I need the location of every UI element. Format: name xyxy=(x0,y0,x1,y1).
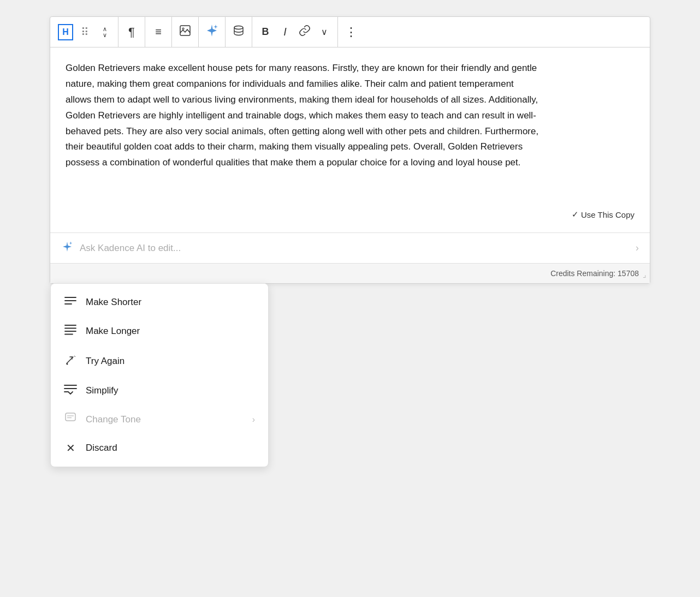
ai-sparkle-icon-small xyxy=(61,241,73,255)
italic-icon: I xyxy=(283,26,287,38)
toolbar: H ⠿ ∧ ∨ ¶ ≡ xyxy=(50,17,650,47)
more-formatting-button[interactable]: ∨ xyxy=(315,22,334,42)
discard-label: Discard xyxy=(86,443,255,453)
link-icon xyxy=(299,25,311,39)
ai-input-placeholder: Ask Kadence AI to edit... xyxy=(80,243,636,254)
ai-button[interactable] xyxy=(202,22,222,42)
try-again-label: Try Again xyxy=(86,356,255,367)
change-tone-label: Change Tone xyxy=(86,414,244,425)
bottom-bar: ⌟ Credits Remaining: 15708 xyxy=(50,264,650,283)
make-shorter-label: Make Shorter xyxy=(86,297,255,308)
ai-sparkle-icon xyxy=(205,23,219,40)
ai-input-area[interactable]: Ask Kadence AI to edit... › xyxy=(50,233,650,264)
toolbar-group-heading: H ⠿ ∧ ∨ xyxy=(52,17,118,47)
svg-point-1 xyxy=(182,28,184,29)
make-longer-icon xyxy=(64,324,77,338)
menu-item-change-tone: Change Tone › xyxy=(51,405,268,434)
italic-button[interactable]: I xyxy=(275,22,295,42)
discard-icon: ✕ xyxy=(64,441,77,455)
paragraph-button[interactable]: ¶ xyxy=(122,22,141,42)
credits-remaining: Credits Remaining: 15708 xyxy=(550,269,639,278)
updown-button[interactable]: ∧ ∨ xyxy=(95,22,115,42)
heading-icon: H xyxy=(58,24,73,40)
align-icon: ≡ xyxy=(155,26,162,38)
chevron-up-icon: ∧ xyxy=(103,26,107,32)
link-button[interactable] xyxy=(295,22,315,42)
content-area: Golden Retrievers make excellent house p… xyxy=(50,47,650,233)
menu-item-make-longer[interactable]: Make Longer xyxy=(51,316,268,346)
chevron-down-icon: ∨ xyxy=(321,27,328,37)
use-this-copy-button[interactable]: ✓ Use This Copy xyxy=(572,210,634,219)
drag-button[interactable]: ⠿ xyxy=(75,22,95,42)
heading-button[interactable]: H xyxy=(56,22,75,42)
toolbar-group-image xyxy=(172,17,199,47)
dropdown-menu: Make Shorter Make Longer xyxy=(50,283,269,467)
make-longer-label: Make Longer xyxy=(86,326,255,337)
bold-button[interactable]: B xyxy=(256,22,275,42)
database-icon xyxy=(233,25,245,39)
svg-rect-16 xyxy=(66,413,75,421)
menu-item-simplify[interactable]: Simplify xyxy=(51,376,268,405)
checkmark-icon: ✓ xyxy=(572,210,579,219)
paragraph-icon: ¶ xyxy=(128,25,135,39)
simplify-label: Simplify xyxy=(86,385,255,396)
more-options-icon: ⋮ xyxy=(345,25,358,39)
svg-point-13 xyxy=(67,363,68,365)
menu-item-discard[interactable]: ✕ Discard xyxy=(51,434,268,462)
toolbar-group-more: ⋮ xyxy=(338,17,364,47)
drag-icon: ⠿ xyxy=(81,26,90,39)
image-button[interactable] xyxy=(175,22,195,42)
change-tone-icon xyxy=(64,413,77,426)
toolbar-group-ai xyxy=(199,17,226,47)
change-tone-arrow-icon: › xyxy=(252,415,255,425)
toolbar-group-database xyxy=(226,17,252,47)
align-button[interactable]: ≡ xyxy=(149,22,168,42)
chevron-down-icon: ∨ xyxy=(103,32,107,38)
try-again-icon xyxy=(64,354,77,368)
bold-icon: B xyxy=(262,26,269,38)
ai-input-arrow-icon: › xyxy=(636,242,639,254)
content-text: Golden Retrievers make excellent house p… xyxy=(66,61,541,171)
use-this-copy-label: Use This Copy xyxy=(581,210,634,219)
resize-handle-icon: ⌟ xyxy=(643,270,646,279)
toolbar-group-align: ≡ xyxy=(145,17,172,47)
make-shorter-icon xyxy=(64,296,77,308)
simplify-icon xyxy=(64,384,77,397)
svg-point-2 xyxy=(234,26,243,29)
menu-item-try-again[interactable]: Try Again xyxy=(51,346,268,376)
more-options-button[interactable]: ⋮ xyxy=(341,22,361,42)
toolbar-group-formatting: B I ∨ xyxy=(252,17,338,47)
editor-container: H ⠿ ∧ ∨ ¶ ≡ xyxy=(50,16,650,284)
database-button[interactable] xyxy=(229,22,248,42)
toolbar-group-paragraph: ¶ xyxy=(118,17,145,47)
image-icon xyxy=(179,25,191,39)
menu-item-make-shorter[interactable]: Make Shorter xyxy=(51,288,268,316)
